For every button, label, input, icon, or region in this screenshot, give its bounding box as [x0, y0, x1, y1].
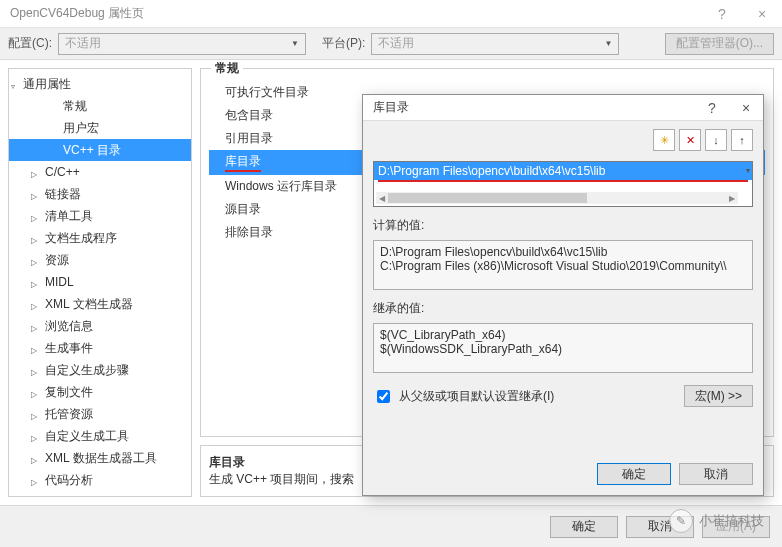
tree-item-label: 清单工具 [45, 209, 93, 223]
move-down-icon[interactable]: ↓ [705, 129, 727, 151]
tree-item[interactable]: ▷XML 文档生成器 [9, 293, 191, 315]
tree-item[interactable]: ▷HLSL 编译器 [9, 491, 191, 497]
tree-item[interactable]: ▷清单工具 [9, 205, 191, 227]
tree-item[interactable]: ▷浏览信息 [9, 315, 191, 337]
tree-expand-icon[interactable]: ▷ [31, 254, 37, 272]
tree-item[interactable]: ▷XML 数据生成器工具 [9, 447, 191, 469]
computed-values-box: D:\Program Files\opencv\build\x64\vc15\l… [373, 240, 753, 290]
tree-item[interactable]: ▷C/C++ [9, 161, 191, 183]
chevron-down-icon: ▼ [291, 39, 299, 48]
config-combo[interactable]: 不适用 ▼ [58, 33, 306, 55]
tree-expand-icon: ▿ [11, 78, 15, 96]
scrollbar-thumb[interactable] [388, 193, 587, 203]
tree-item-label: 代码分析 [45, 473, 93, 487]
list-item-label: 排除目录 [225, 225, 273, 239]
tree-item-label: 用户宏 [63, 121, 99, 135]
tree-item-label: HLSL 编译器 [45, 495, 114, 497]
tree-item[interactable]: ▷链接器 [9, 183, 191, 205]
computed-label: 计算的值: [373, 217, 753, 234]
cancel-button[interactable]: 取消 [626, 516, 694, 538]
tree-item-label: 链接器 [45, 187, 81, 201]
tree-item-label: 托管资源 [45, 407, 93, 421]
list-item-label: Windows 运行库目录 [225, 179, 337, 193]
tree-item-label: MIDL [45, 275, 74, 289]
inherited-value-line: $(WindowsSDK_LibraryPath_x64) [380, 342, 746, 356]
tree-item[interactable]: ▷托管资源 [9, 403, 191, 425]
platform-label: 平台(P): [322, 35, 365, 52]
selected-path[interactable]: D:\Program Files\opencv\build\x64\vc15\l… [374, 162, 752, 180]
tree-item-label: 常规 [63, 99, 87, 113]
window-title: OpenCV64Debug 属性页 [10, 5, 144, 22]
tree-item[interactable]: ▷生成事件 [9, 337, 191, 359]
tree-expand-icon[interactable]: ▷ [31, 342, 37, 360]
path-list-editor[interactable]: D:\Program Files\opencv\build\x64\vc15\l… [373, 161, 753, 207]
help-button[interactable]: ? [702, 0, 742, 28]
dropdown-arrow-icon[interactable]: ▾ [746, 166, 750, 175]
tree-item-label: 自定义生成步骤 [45, 363, 129, 377]
tree-expand-icon[interactable]: ▷ [31, 232, 37, 250]
tree-expand-icon[interactable]: ▷ [31, 166, 37, 184]
list-item-label: 包含目录 [225, 108, 273, 122]
tree-item[interactable]: ▷资源 [9, 249, 191, 271]
inherited-value-line: $(VC_LibraryPath_x64) [380, 328, 746, 342]
tree-item-label: 自定义生成工具 [45, 429, 129, 443]
config-manager-button[interactable]: 配置管理器(O)... [665, 33, 774, 55]
subdialog-close-button[interactable]: × [729, 95, 763, 121]
subdialog-footer: 确定 取消 [363, 453, 763, 495]
tree-root-label: 通用属性 [23, 77, 71, 91]
inherited-values-box: $(VC_LibraryPath_x64)$(WindowsSDK_Librar… [373, 323, 753, 373]
config-toolbar: 配置(C): 不适用 ▼ 平台(P): 不适用 ▼ 配置管理器(O)... [0, 28, 782, 60]
move-up-icon[interactable]: ↑ [731, 129, 753, 151]
tree-item[interactable]: ▷MIDL [9, 271, 191, 293]
tree-expand-icon[interactable]: ▷ [31, 364, 37, 382]
list-item-label: 库目录 [225, 153, 261, 172]
apply-button[interactable]: 应用(A) [702, 516, 770, 538]
tree-item-label: VC++ 目录 [63, 143, 121, 157]
tree-item[interactable]: ▷复制文件 [9, 381, 191, 403]
library-directories-dialog: 库目录 ? × ✳ ✕ ↓ ↑ D:\Program Files\opencv\… [362, 94, 764, 496]
tree-item[interactable]: ▷自定义生成步骤 [9, 359, 191, 381]
tree-expand-icon[interactable]: ▷ [31, 452, 37, 470]
subdialog-help-button[interactable]: ? [695, 95, 729, 121]
delete-icon[interactable]: ✕ [679, 129, 701, 151]
tree-item[interactable]: 用户宏 [9, 117, 191, 139]
tree-item-label: 浏览信息 [45, 319, 93, 333]
list-item-label: 引用目录 [225, 131, 273, 145]
path-toolbar: ✳ ✕ ↓ ↑ [373, 129, 753, 155]
ok-button[interactable]: 确定 [550, 516, 618, 538]
inherit-checkbox-label[interactable]: 从父级或项目默认设置继承(I) [399, 388, 554, 405]
tree-item[interactable]: ▷自定义生成工具 [9, 425, 191, 447]
tree-item[interactable]: ▷文档生成程序 [9, 227, 191, 249]
property-tree[interactable]: ▿ 通用属性 常规用户宏VC++ 目录▷C/C++▷链接器▷清单工具▷文档生成程… [8, 68, 192, 497]
platform-combo[interactable]: 不适用 ▼ [371, 33, 619, 55]
config-value: 不适用 [65, 35, 101, 52]
inherit-checkbox[interactable] [377, 390, 390, 403]
tree-expand-icon[interactable]: ▷ [31, 496, 37, 497]
config-label: 配置(C): [8, 35, 52, 52]
computed-value-line: D:\Program Files\opencv\build\x64\vc15\l… [380, 245, 746, 259]
tree-expand-icon[interactable]: ▷ [31, 276, 37, 294]
tree-item[interactable]: ▷代码分析 [9, 469, 191, 491]
subdialog-cancel-button[interactable]: 取消 [679, 463, 753, 485]
tree-expand-icon[interactable]: ▷ [31, 408, 37, 426]
tree-root[interactable]: ▿ 通用属性 [9, 73, 191, 95]
platform-value: 不适用 [378, 35, 414, 52]
tree-expand-icon[interactable]: ▷ [31, 430, 37, 448]
tree-item[interactable]: VC++ 目录 [9, 139, 191, 161]
new-line-icon[interactable]: ✳ [653, 129, 675, 151]
tree-expand-icon[interactable]: ▷ [31, 386, 37, 404]
tree-item-label: XML 文档生成器 [45, 297, 133, 311]
subdialog-ok-button[interactable]: 确定 [597, 463, 671, 485]
tree-expand-icon[interactable]: ▷ [31, 298, 37, 316]
tree-expand-icon[interactable]: ▷ [31, 188, 37, 206]
tree-item[interactable]: 常规 [9, 95, 191, 117]
tree-expand-icon[interactable]: ▷ [31, 320, 37, 338]
close-button[interactable]: × [742, 0, 782, 28]
horizontal-scrollbar[interactable]: ◀ ▶ [376, 192, 738, 204]
tree-expand-icon[interactable]: ▷ [31, 474, 37, 492]
macro-button[interactable]: 宏(M) >> [684, 385, 753, 407]
chevron-down-icon: ▼ [604, 39, 612, 48]
tree-item-label: 资源 [45, 253, 69, 267]
tree-item-label: 复制文件 [45, 385, 93, 399]
tree-expand-icon[interactable]: ▷ [31, 210, 37, 228]
